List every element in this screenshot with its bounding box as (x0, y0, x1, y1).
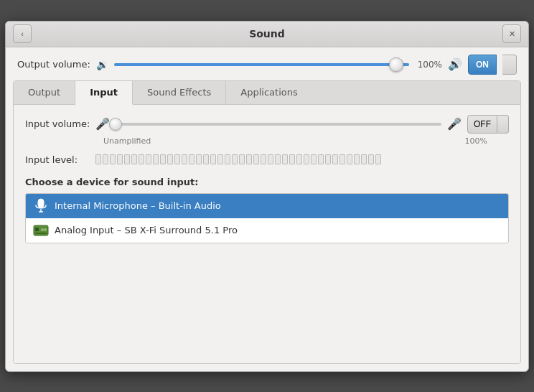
close-icon: ✕ (509, 29, 515, 39)
back-button[interactable]: ‹ (13, 24, 32, 43)
sound-window: ‹ Sound ✕ Output volume: 🔉 100% 🔊 ON Out… (5, 21, 529, 372)
choose-device-label: Choose a device for sound input: (25, 177, 509, 187)
input-mic-icon-right: 🎤 (447, 117, 462, 131)
input-volume-slider[interactable] (116, 117, 441, 131)
output-on-button[interactable]: ON (468, 55, 497, 75)
level-bar (368, 154, 374, 164)
volume-percent: 100% (418, 60, 442, 70)
level-bar (117, 154, 123, 164)
tab-content-input: Input volume: 🎤 🎤 OFF Unamplified 100% (14, 105, 520, 363)
svg-point-6 (44, 228, 47, 231)
level-bar (225, 154, 230, 164)
volume-low-icon: 🔉 (96, 59, 108, 70)
tab-input[interactable]: Input (75, 81, 133, 105)
output-volume-row: Output volume: 🔉 100% 🔊 ON (6, 47, 528, 80)
100pct-label: 100% (465, 136, 487, 146)
level-bar (282, 154, 288, 164)
level-bar (332, 154, 338, 164)
svg-point-5 (41, 228, 44, 231)
level-bar (124, 154, 130, 164)
input-off-dropdown[interactable] (497, 115, 509, 134)
unamplified-label: Unamplified (103, 136, 151, 146)
slider-thumb (389, 57, 403, 72)
tab-applications[interactable]: Applications (226, 81, 312, 104)
svg-rect-7 (35, 233, 47, 234)
level-bar (153, 154, 159, 164)
tabs-header: Output Input Sound Effects Applications (14, 81, 520, 105)
window-title: Sound (249, 28, 285, 39)
level-bar (361, 154, 367, 164)
level-bar (261, 154, 266, 164)
level-bar (296, 154, 302, 164)
input-volume-row: Input volume: 🎤 🎤 OFF (25, 115, 509, 134)
level-bar (375, 154, 381, 164)
input-level-label: Input level: (25, 154, 90, 165)
input-mic-icon: 🎤 (95, 117, 110, 131)
level-bar (354, 154, 360, 164)
off-label: OFF (474, 119, 491, 129)
level-bar (189, 154, 195, 164)
level-bar (110, 154, 116, 164)
level-bar (182, 154, 187, 164)
level-bar (253, 154, 259, 164)
level-bar (239, 154, 245, 164)
level-bar (304, 154, 309, 164)
close-button[interactable]: ✕ (502, 24, 521, 43)
svg-rect-0 (38, 199, 44, 207)
level-bar (275, 154, 281, 164)
level-bar (339, 154, 345, 164)
level-bar (210, 154, 216, 164)
level-bar (160, 154, 166, 164)
volume-high-icon: 🔊 (448, 57, 462, 71)
input-off-wrap: OFF (467, 115, 509, 134)
level-bar (95, 154, 101, 164)
internal-mic-label: Internal Microphone – Built-in Audio (55, 200, 221, 211)
level-bar (174, 154, 180, 164)
level-bar (196, 154, 202, 164)
on-label: ON (476, 60, 489, 70)
analog-input-label: Analog Input – SB X-Fi Surround 5.1 Pro (55, 225, 238, 235)
device-item-analog-input[interactable]: Analog Input – SB X-Fi Surround 5.1 Pro (26, 218, 508, 243)
mic-svg (34, 198, 47, 214)
titlebar: ‹ Sound ✕ (6, 22, 528, 47)
tab-sound-effects[interactable]: Sound Effects (133, 81, 226, 104)
level-bar (325, 154, 331, 164)
output-on-dropdown[interactable] (502, 55, 517, 75)
level-bar (318, 154, 324, 164)
volume-percent-wrap: 100% (415, 60, 442, 70)
output-volume-slider[interactable] (114, 57, 409, 72)
svg-rect-4 (35, 228, 39, 231)
level-bar (139, 154, 144, 164)
level-bar (167, 154, 173, 164)
level-bar (203, 154, 209, 164)
tab-output[interactable]: Output (14, 81, 75, 104)
back-arrow-icon: ‹ (21, 29, 24, 38)
input-level-bars (95, 154, 381, 164)
level-bar (103, 154, 108, 164)
tabs-panel: Output Input Sound Effects Applications … (13, 80, 521, 364)
input-off-button[interactable]: OFF (467, 115, 497, 134)
analog-input-icon (33, 223, 49, 238)
level-bar (232, 154, 238, 164)
level-bar (268, 154, 273, 164)
level-bar (131, 154, 137, 164)
level-bar (217, 154, 223, 164)
level-bar (311, 154, 317, 164)
input-slider-thumb (109, 118, 122, 131)
input-slider-bg (116, 123, 441, 126)
output-volume-label: Output volume: (17, 59, 90, 70)
input-slider-labels: Unamplified 100% (100, 136, 509, 146)
slider-fill (114, 63, 409, 66)
level-bar (347, 154, 352, 164)
card-svg (33, 223, 49, 238)
device-list: Internal Microphone – Built-in Audio (25, 193, 509, 243)
level-bar (146, 154, 151, 164)
input-level-row: Input level: (25, 154, 509, 165)
input-volume-label: Input volume: (25, 118, 90, 129)
device-item-internal-mic[interactable]: Internal Microphone – Built-in Audio (26, 194, 508, 218)
level-bar (289, 154, 295, 164)
level-bar (246, 154, 252, 164)
internal-mic-icon (33, 198, 49, 214)
